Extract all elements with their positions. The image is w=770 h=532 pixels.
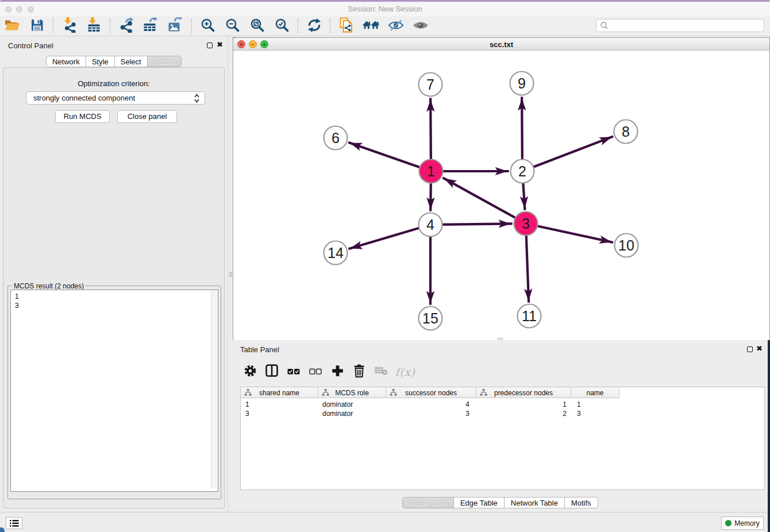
node-14[interactable]: 14 xyxy=(324,241,348,265)
export-table-button[interactable] xyxy=(138,17,163,35)
column-settings-button[interactable] xyxy=(242,364,257,380)
edge-2-8[interactable] xyxy=(532,136,613,167)
mcds-result-list[interactable]: 13 xyxy=(10,290,218,492)
zoom-out-button[interactable] xyxy=(220,17,245,35)
close-panel-button[interactable]: Close panel xyxy=(117,110,177,123)
save-session-icon xyxy=(30,18,44,33)
node-11[interactable]: 11 xyxy=(518,304,541,328)
export-network-icon xyxy=(118,17,134,34)
first-neighbors-button[interactable] xyxy=(359,17,383,35)
search-icon xyxy=(600,21,609,30)
column-header-successor-nodes[interactable]: successor nodes xyxy=(386,387,476,398)
table-tab-node-table[interactable]: Node Table xyxy=(402,497,453,508)
optimization-criterion-label: Optimization criterion: xyxy=(3,79,224,88)
network-canvas[interactable]: 7968124314101511 xyxy=(233,51,769,341)
delete-row-button[interactable] xyxy=(352,364,367,380)
export-network-button[interactable] xyxy=(114,17,138,35)
node-label: 7 xyxy=(426,76,434,92)
node-label: 15 xyxy=(422,310,438,326)
open-session-button[interactable] xyxy=(0,17,25,35)
column-header-label: shared name xyxy=(259,389,299,397)
node-label: 9 xyxy=(518,75,526,91)
network-view-frame: ✕ − + scc.txt 7968124314101511 xyxy=(233,37,770,340)
node-7[interactable]: 7 xyxy=(419,73,442,97)
zoom-fit-button[interactable] xyxy=(245,17,270,35)
control-tab-select[interactable]: Select xyxy=(114,56,147,67)
memory-button[interactable]: Memory xyxy=(721,516,764,530)
import-network-button[interactable] xyxy=(57,17,82,35)
node-15[interactable]: 15 xyxy=(419,307,442,330)
node-label: 10 xyxy=(618,237,634,253)
save-session-button[interactable] xyxy=(25,17,49,35)
column-header-label: name xyxy=(586,389,603,397)
split-view-button[interactable] xyxy=(264,364,279,380)
edge-4-3[interactable] xyxy=(440,223,512,225)
control-panel-close-icon[interactable]: ✖ xyxy=(217,42,223,48)
search-box[interactable] xyxy=(596,19,764,32)
refresh-button[interactable] xyxy=(302,17,326,35)
import-table-icon xyxy=(86,17,102,34)
node-2[interactable]: 2 xyxy=(511,160,534,183)
cell-successor-nodes: 4 xyxy=(386,400,469,408)
node-8[interactable]: 8 xyxy=(614,120,638,144)
criterion-dropdown[interactable]: strongly connected component xyxy=(26,91,205,105)
column-header-name[interactable]: name xyxy=(571,387,619,398)
table-row[interactable]: 1dominator411 xyxy=(241,400,765,409)
task-list-icon xyxy=(9,519,19,527)
edge-3-11[interactable] xyxy=(526,233,529,302)
status-bar: Memory xyxy=(0,512,770,532)
control-tab-network[interactable]: Network xyxy=(46,56,86,67)
search-input[interactable] xyxy=(609,20,764,31)
table-panel-float-icon[interactable] xyxy=(747,346,753,352)
table-tab-motifs[interactable]: Motifs xyxy=(564,497,598,508)
node-4[interactable]: 4 xyxy=(419,213,442,237)
node-1[interactable]: 1 xyxy=(419,160,443,183)
zoom-selected-button[interactable] xyxy=(270,17,294,35)
toolbar-separator xyxy=(110,18,110,33)
network-frame-titlebar[interactable]: ✕ − + scc.txt xyxy=(233,38,769,51)
column-header-shared-name[interactable]: shared name xyxy=(241,387,318,398)
add-row-button[interactable] xyxy=(330,364,345,380)
table-panel-close-icon[interactable]: ✖ xyxy=(756,346,763,352)
select-all-button[interactable] xyxy=(286,364,301,380)
edge-4-14[interactable] xyxy=(349,228,421,249)
export-image-button[interactable] xyxy=(163,17,188,35)
edge-2-3[interactable] xyxy=(523,181,525,210)
control-tab-style[interactable]: Style xyxy=(86,56,114,67)
control-tab-mcds[interactable]: MCDS xyxy=(147,56,182,67)
control-panel-float-icon[interactable] xyxy=(207,43,213,48)
edge-1-7[interactable] xyxy=(430,98,431,161)
edge-3-1[interactable] xyxy=(443,178,517,218)
node-9[interactable]: 9 xyxy=(510,72,534,95)
node-label: 11 xyxy=(522,308,537,324)
edge-1-6[interactable] xyxy=(348,142,421,168)
deselect-all-button[interactable] xyxy=(308,364,323,380)
edge-2-9[interactable] xyxy=(522,97,522,161)
vertical-splitter[interactable] xyxy=(228,36,233,512)
run-mcds-button[interactable]: Run MCDS xyxy=(55,110,110,123)
table-row[interactable]: 3dominator323 xyxy=(241,409,765,418)
hide-selected-button[interactable] xyxy=(383,17,408,35)
zoom-in-button[interactable] xyxy=(195,17,220,35)
result-scrollbar[interactable] xyxy=(211,291,217,488)
edge-3-10[interactable] xyxy=(536,226,613,242)
task-history-button[interactable] xyxy=(6,517,22,529)
node-3[interactable]: 3 xyxy=(514,212,538,236)
table-tab-network-table[interactable]: Network Table xyxy=(504,497,564,508)
memory-status-dot xyxy=(725,520,732,526)
show-all-button[interactable] xyxy=(408,17,433,35)
mcds-result-item[interactable]: 3 xyxy=(15,301,218,310)
column-header-MCDS-role[interactable]: MCDS role xyxy=(318,387,386,398)
table-tab-edge-table[interactable]: Edge Table xyxy=(453,497,504,508)
clone-network-button[interactable] xyxy=(334,17,359,35)
node-6[interactable]: 6 xyxy=(324,126,348,150)
splitter-grip[interactable] xyxy=(229,272,232,277)
column-header-predecessor-nodes[interactable]: predecessor nodes xyxy=(476,387,571,398)
node-10[interactable]: 10 xyxy=(615,234,638,257)
mcds-result-item[interactable]: 1 xyxy=(15,292,218,301)
control-panel-body: Optimization criterion: strongly connect… xyxy=(3,67,225,508)
toolbar-separator xyxy=(330,18,330,33)
edge-1-4[interactable] xyxy=(430,181,431,211)
function-builder-icon: f(x) xyxy=(395,366,415,378)
import-table-button[interactable] xyxy=(82,17,106,35)
